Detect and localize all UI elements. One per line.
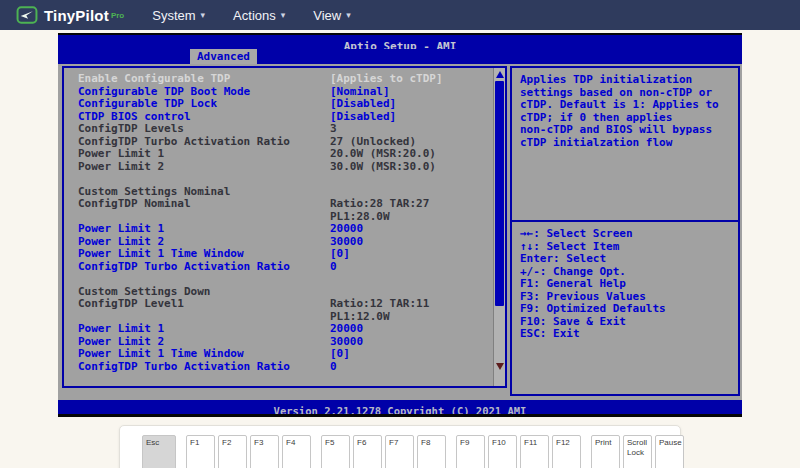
key-f8[interactable]: F8 <box>417 435 446 468</box>
setting-row[interactable]: Power Limit 1 Time Window[0] <box>78 248 491 261</box>
setting-label: Power Limit 1 <box>78 148 330 161</box>
setting-label <box>78 173 330 186</box>
brand-logo[interactable]: TinyPilot Pro <box>16 6 124 24</box>
setting-label: Custom Settings Down <box>78 286 330 299</box>
setting-label: Power Limit 1 Time Window <box>78 348 330 361</box>
setting-row[interactable]: Power Limit 120000 <box>78 223 491 236</box>
key-f10[interactable]: F10 <box>488 435 517 468</box>
key-esc[interactable]: Esc <box>142 435 176 468</box>
bios-settings-list: Enable Configurable TDP[Applies to cTDP]… <box>64 68 505 373</box>
key-group: F9F10F11F12 <box>456 435 581 468</box>
setting-row[interactable]: Configurable TDP Lock[Disabled] <box>78 98 491 111</box>
setting-label: Power Limit 1 <box>78 223 330 236</box>
bios-tab-row: Advanced <box>58 49 742 64</box>
setting-row[interactable]: ConfigTDP Turbo Activation Ratio0 <box>78 261 491 274</box>
remote-screen[interactable]: Aptio Setup - AMI Advanced Enable Config… <box>58 33 742 415</box>
setting-row[interactable]: CTDP BIOS control[Disabled] <box>78 111 491 124</box>
key-group: Esc <box>142 435 176 468</box>
setting-value <box>330 273 491 286</box>
setting-row[interactable]: ConfigTDP Turbo Activation Ratio0 <box>78 361 491 374</box>
key-f6[interactable]: F6 <box>353 435 382 468</box>
setting-label: ConfigTDP Turbo Activation Ratio <box>78 136 330 149</box>
setting-label: Power Limit 1 <box>78 323 330 336</box>
setting-label <box>78 311 330 324</box>
key-f5[interactable]: F5 <box>321 435 350 468</box>
hotkey-line: F1: General Help <box>520 278 730 291</box>
top-navbar: TinyPilot Pro System ▾ Actions ▾ View ▾ <box>0 0 800 30</box>
key-print[interactable]: Print <box>591 435 620 468</box>
setting-value: 30000 <box>330 336 491 349</box>
key-f3[interactable]: F3 <box>250 435 279 468</box>
key-group: F1F2F3F4 <box>186 435 311 468</box>
key-f11[interactable]: F11 <box>520 435 549 468</box>
key-f2[interactable]: F2 <box>218 435 247 468</box>
setting-row[interactable]: Power Limit 230000 <box>78 336 491 349</box>
key-f1[interactable]: F1 <box>186 435 215 468</box>
setting-label <box>78 273 330 286</box>
chevron-down-icon: ▾ <box>346 10 351 20</box>
setting-row[interactable]: Power Limit 1 Time Window[0] <box>78 348 491 361</box>
tab-advanced[interactable]: Advanced <box>190 49 257 64</box>
scrollbar[interactable] <box>493 68 505 386</box>
setting-value: [0] <box>330 248 491 261</box>
setting-value: [Nominal] <box>330 86 491 99</box>
scrollbar-thumb[interactable] <box>495 81 504 306</box>
bios-bottom-edge <box>58 414 742 417</box>
bios-content: Enable Configurable TDP[Applies to cTDP]… <box>58 64 742 400</box>
setting-value: 3 <box>330 123 491 136</box>
menu-actions-label: Actions <box>233 8 276 23</box>
setting-label: Configurable TDP Lock <box>78 98 330 111</box>
setting-value: [Disabled] <box>330 98 491 111</box>
setting-label: Power Limit 2 <box>78 161 330 174</box>
setting-label: ConfigTDP Turbo Activation Ratio <box>78 261 330 274</box>
setting-label: Power Limit 2 <box>78 336 330 349</box>
setting-value: Ratio:12 TAR:11 <box>330 298 491 311</box>
key-pause[interactable]: Pause <box>655 435 684 468</box>
setting-row: Custom Settings Nominal <box>78 186 491 199</box>
key-f12[interactable]: F12 <box>552 435 581 468</box>
setting-value: 30.0W (MSR:30.0) <box>330 161 491 174</box>
setting-value: 27 (Unlocked) <box>330 136 491 149</box>
setting-label: ConfigTDP Nominal <box>78 198 330 211</box>
brand-name: TinyPilot <box>44 7 109 24</box>
setting-row: Power Limit 230.0W (MSR:30.0) <box>78 161 491 174</box>
setting-label: ConfigTDP Level1 <box>78 298 330 311</box>
setting-value: 20.0W (MSR:20.0) <box>330 148 491 161</box>
scroll-down-arrow-icon[interactable] <box>496 363 504 370</box>
setting-row[interactable]: Power Limit 120000 <box>78 323 491 336</box>
help-text: Applies TDP initialization settings base… <box>512 68 738 220</box>
key-f7[interactable]: F7 <box>385 435 414 468</box>
setting-value <box>330 286 491 299</box>
setting-value: PL1:12.0W <box>330 311 491 324</box>
hotkey-legend: →←: Select Screen↑↓: Select ItemEnter: S… <box>512 222 738 347</box>
pro-badge: Pro <box>111 11 124 20</box>
menu-view-label: View <box>313 8 341 23</box>
setting-value: [Disabled] <box>330 111 491 124</box>
menu-view[interactable]: View ▾ <box>299 0 364 30</box>
setting-row[interactable]: Power Limit 230000 <box>78 236 491 249</box>
menu-actions[interactable]: Actions ▾ <box>219 0 299 30</box>
menu-system[interactable]: System ▾ <box>138 0 219 30</box>
virtual-keyboard: EscF1F2F3F4F5F6F7F8F9F10F11F12PrintScrol… <box>119 425 681 468</box>
key-group: PrintScroll LockPause <box>591 435 684 468</box>
hotkey-line: F9: Optimized Defaults <box>520 303 730 316</box>
chevron-down-icon: ▾ <box>281 10 286 20</box>
setting-label: CTDP BIOS control <box>78 111 330 124</box>
setting-value: 20000 <box>330 323 491 336</box>
setting-label: Power Limit 1 Time Window <box>78 248 330 261</box>
key-f9[interactable]: F9 <box>456 435 485 468</box>
setting-row: Custom Settings Down <box>78 286 491 299</box>
setting-row: ConfigTDP NominalRatio:28 TAR:27 <box>78 198 491 211</box>
setting-row: PL1:12.0W <box>78 311 491 324</box>
scroll-up-arrow-icon[interactable] <box>496 71 504 78</box>
key-scroll-lock[interactable]: Scroll Lock <box>623 435 652 468</box>
setting-row: ConfigTDP Levels3 <box>78 123 491 136</box>
setting-row[interactable]: Configurable TDP Boot Mode[Nominal] <box>78 86 491 99</box>
setting-row[interactable]: Enable Configurable TDP[Applies to cTDP] <box>78 73 491 86</box>
setting-value: 0 <box>330 361 491 374</box>
setting-label: Enable Configurable TDP <box>78 73 330 86</box>
setting-label: Custom Settings Nominal <box>78 186 330 199</box>
settings-panel: Enable Configurable TDP[Applies to cTDP]… <box>62 66 507 388</box>
key-f4[interactable]: F4 <box>282 435 311 468</box>
tinypilot-logo-icon <box>16 6 38 24</box>
